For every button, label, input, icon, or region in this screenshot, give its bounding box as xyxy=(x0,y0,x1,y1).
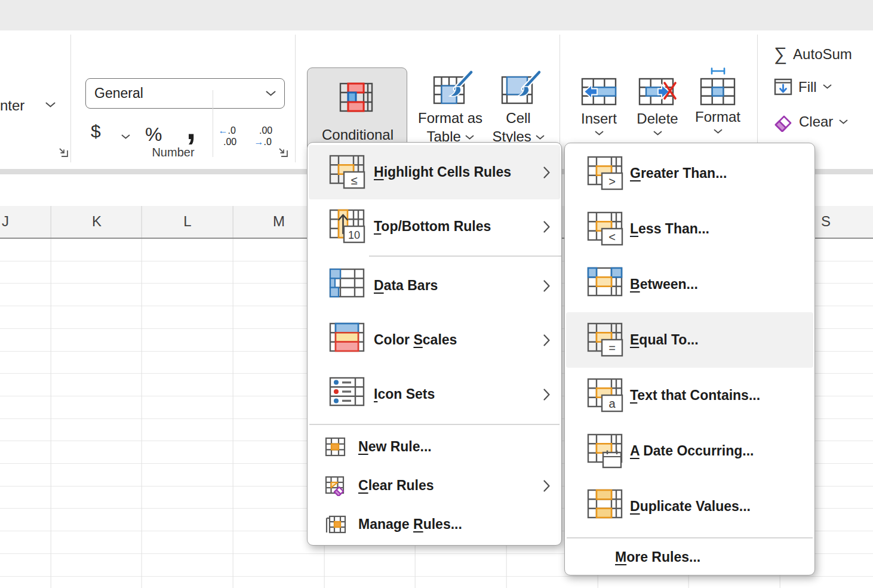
menu-item-label: Data Bars xyxy=(374,278,438,294)
autosum-button[interactable]: ∑ AutoSum xyxy=(774,44,852,65)
group-separator xyxy=(295,35,296,162)
title-strip xyxy=(0,0,873,30)
currency-format-button[interactable]: $ xyxy=(91,121,101,141)
comma-style-button[interactable]: , xyxy=(186,107,196,147)
submenu-item-a-date-occurring[interactable]: A Date Occurring... xyxy=(566,423,813,479)
submenu-arrow-icon xyxy=(543,280,551,292)
insert-label: Insert xyxy=(581,110,617,127)
format-as-table-button[interactable]: Format as Table xyxy=(418,67,482,146)
menu-separator xyxy=(567,537,813,538)
menu-item-label: Clear Rules xyxy=(358,478,434,494)
menu-item-label: Top/Bottom Rules xyxy=(374,218,491,235)
chevron-down-icon xyxy=(823,84,832,90)
clear-rules-icon xyxy=(325,476,346,496)
column-header[interactable]: M xyxy=(266,213,292,230)
fill-label: Fill xyxy=(798,79,817,96)
cell-styles-icon xyxy=(493,67,544,107)
submenu-item-text-that-contains[interactable]: a Text that Contains... xyxy=(566,368,813,423)
equal-to-icon: = xyxy=(586,321,625,360)
menu-item-highlight-cells-rules[interactable]: ≤ Highlight Cells Rules xyxy=(309,145,560,199)
menu-item-label: Manage Rules... xyxy=(358,516,462,532)
submenu-arrow-icon xyxy=(543,334,551,346)
insert-cells-button[interactable]: Insert xyxy=(578,77,620,136)
a-date-occurring-icon xyxy=(586,432,625,471)
format-cells-icon xyxy=(699,67,736,106)
chevron-down-icon[interactable] xyxy=(653,131,662,136)
sigma-icon: ∑ xyxy=(774,44,787,65)
manage-rules-icon xyxy=(325,515,346,535)
column-header[interactable]: J xyxy=(0,213,19,230)
chevron-down-icon[interactable] xyxy=(45,102,56,108)
format-label: Format xyxy=(695,109,740,125)
format-cells-button[interactable]: Format xyxy=(694,67,742,134)
clear-label: Clear xyxy=(799,113,833,130)
submenu-item-label: Between... xyxy=(630,276,698,293)
submenu-item-label: More Rules... xyxy=(615,549,700,565)
menu-separator xyxy=(369,255,561,257)
delete-cells-button[interactable]: Delete xyxy=(635,77,680,136)
data-bars-icon xyxy=(328,266,367,306)
column-header[interactable]: S xyxy=(813,213,839,230)
clear-eraser-icon xyxy=(773,112,793,132)
column-header[interactable]: K xyxy=(84,213,110,230)
format-as-table-icon xyxy=(425,67,476,107)
percent-style-button[interactable]: % xyxy=(145,124,162,146)
chevron-down-icon xyxy=(465,135,474,140)
cell-styles-button[interactable]: Cell Styles xyxy=(490,67,547,146)
delete-label: Delete xyxy=(637,110,678,127)
decrease-decimal-button[interactable]: .00 →.0 xyxy=(253,125,272,147)
submenu-item-more-rules[interactable]: More Rules... xyxy=(566,541,813,572)
merge-center-label-fragment[interactable]: nter xyxy=(0,97,24,114)
chevron-down-icon[interactable] xyxy=(595,131,604,136)
fill-button[interactable]: Fill xyxy=(774,78,832,96)
alignment-dialog-launcher-icon[interactable] xyxy=(57,146,70,159)
menu-item-data-bars[interactable]: Data Bars xyxy=(309,258,560,313)
submenu-item-between[interactable]: Between... xyxy=(566,257,813,312)
menu-item-clear-rules[interactable]: Clear Rules xyxy=(309,466,560,505)
autosum-label: AutoSum xyxy=(793,46,852,63)
submenu-item-label: Greater Than... xyxy=(630,165,727,181)
submenu-arrow-icon xyxy=(543,480,551,492)
between-icon xyxy=(586,265,625,304)
menu-item-new-rule[interactable]: New Rule... xyxy=(309,427,560,466)
menu-item-label: Color Scales xyxy=(374,332,457,348)
submenu-item-greater-than[interactable]: > Greater Than... xyxy=(566,146,813,201)
fill-icon xyxy=(774,78,792,96)
top-bottom-rules-icon: 10 xyxy=(328,207,367,247)
color-scales-icon xyxy=(328,321,367,360)
delete-cells-icon xyxy=(638,77,677,106)
submenu-item-label: Less Than... xyxy=(630,221,709,237)
submenu-item-duplicate-values[interactable]: Duplicate Values... xyxy=(566,479,813,534)
number-format-combobox[interactable]: General xyxy=(85,78,285,109)
submenu-item-less-than[interactable]: < Less Than... xyxy=(566,201,813,257)
greater-than-icon: > xyxy=(586,154,625,193)
submenu-item-equal-to[interactable]: = Equal To... xyxy=(566,312,813,368)
submenu-item-label: Duplicate Values... xyxy=(630,498,751,515)
column-header[interactable]: L xyxy=(174,213,201,230)
menu-item-icon-sets[interactable]: Icon Sets xyxy=(309,367,560,421)
right-arrow-icon: → xyxy=(254,137,263,147)
menu-item-label: New Rule... xyxy=(358,439,432,455)
number-dialog-launcher-icon[interactable] xyxy=(277,146,290,159)
excel-window: nter General $ % , ←.0 .00 xyxy=(0,0,873,588)
new-rule-icon xyxy=(325,437,346,457)
submenu-arrow-icon xyxy=(543,221,551,233)
conditional-formatting-menu: ≤ Highlight Cells Rules xyxy=(307,142,562,546)
highlight-cells-rules-submenu: > Greater Than... < Less Than... xyxy=(564,143,815,575)
increase-decimal-button[interactable]: ←.0 .00 xyxy=(217,125,236,147)
chevron-down-icon xyxy=(266,91,276,97)
chevron-down-icon[interactable] xyxy=(121,134,130,140)
menu-item-manage-rules[interactable]: Manage Rules... xyxy=(309,505,560,544)
less-than-icon: < xyxy=(586,210,625,249)
chevron-down-icon xyxy=(536,135,545,140)
conditional-formatting-icon xyxy=(337,78,376,116)
menu-item-label: Icon Sets xyxy=(374,386,435,402)
chevron-down-icon[interactable] xyxy=(714,129,723,134)
submenu-arrow-icon xyxy=(543,167,551,178)
clear-button[interactable]: Clear xyxy=(773,112,848,132)
mini-separator xyxy=(213,90,213,157)
menu-item-color-scales[interactable]: Color Scales xyxy=(309,313,560,367)
menu-item-label: Highlight Cells Rules xyxy=(374,164,511,180)
text-that-contains-icon: a xyxy=(586,376,625,415)
menu-item-top-bottom-rules[interactable]: 10 Top/Bottom Rules xyxy=(309,199,560,254)
